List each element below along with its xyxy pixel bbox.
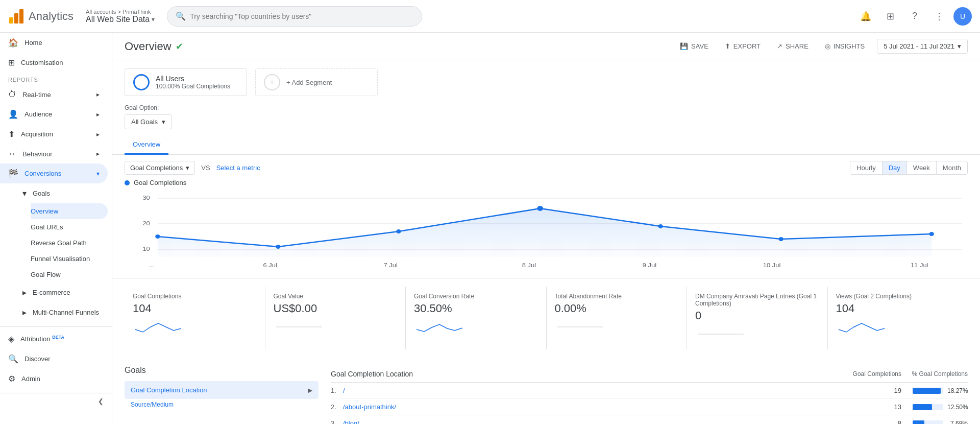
property-dropdown-arrow: ▾ [152,16,155,23]
add-segment-card[interactable]: + + Add Segment [255,68,378,96]
discover-icon: 🔍 [8,354,18,364]
svg-text:6 Jul: 6 Jul [263,262,277,269]
sidebar-item-discover[interactable]: 🔍 Discover [0,349,108,369]
segment-circle [133,74,150,90]
row-count-2: 8 [850,419,901,424]
sidebar-subitem-overview[interactable]: Overview [31,203,108,219]
property-name[interactable]: All Web Site Data ▾ [86,15,155,24]
metric-card-0: Goal Completions 104 [125,287,265,349]
goals-row-source-medium[interactable]: Source/Medium [125,399,318,410]
logo-area: Analytics [8,8,74,25]
sidebar-item-attribution[interactable]: ◈ Attribution BETA [0,329,108,349]
row-url-0[interactable]: / [343,387,850,394]
account-path: All accounts > PrimaThink [86,9,155,15]
goal-option-row: Goal Option: All Goals ▾ [112,104,980,135]
add-segment-icon: + [270,77,275,88]
row-pct-container-2: 7.69% [901,420,968,425]
admin-icon: ⚙ [8,374,15,384]
customisation-icon: ⊞ [8,58,15,67]
completion-table: Goal Completion Location Goal Completion… [331,366,968,424]
time-buttons: Hourly Day Week Month [850,161,968,175]
metric-dropdown[interactable]: Goal Completions ▾ [125,161,195,175]
search-bar[interactable]: 🔍 [167,6,422,27]
row-pct-1: 12.50% [947,404,968,411]
metric-card-3: Total Abandonment Rate 0.00% [547,287,688,349]
pct-bar-inner-2 [913,420,924,425]
sidebar-item-ecommerce[interactable]: ▸ E-commerce [8,282,108,302]
date-range-selector[interactable]: 5 Jul 2021 - 11 Jul 2021 ▾ [877,39,968,54]
metric-card-2: Goal Conversion Rate 30.50% [406,287,547,349]
sidebar-item-realtime[interactable]: ⏱ Real-time ▸ [0,85,108,104]
goal-select-value: All Goals [131,118,158,126]
sidebar-subitem-reverse-goal-path[interactable]: Reverse Goal Path [31,235,108,251]
account-selector[interactable]: All accounts > PrimaThink All Web Site D… [86,9,155,24]
sparkline-5 [836,319,887,335]
sidebar-subitem-goal-flow[interactable]: Goal Flow [31,267,108,282]
metrics-row: Goal Completions 104 Goal Value US$0.00 … [112,278,980,358]
sidebar-item-multichannel[interactable]: ▸ Multi-Channel Funnels [8,302,108,322]
row-url-1[interactable]: /about-primathink/ [343,403,850,411]
goals-panel-title: Goals [125,366,318,375]
svg-point-12 [396,229,401,233]
sidebar-label-audience: Audience [24,110,52,118]
sidebar: 🏠 Home ⊞ Customisation REPORTS ⏱ Real-ti… [0,33,112,424]
sidebar-item-audience[interactable]: 👤 Audience ▸ [0,104,108,124]
insights-button[interactable]: ◎ INSIGHTS [821,39,869,53]
goal-option-label: Goal Option: [125,104,968,111]
audience-expand-icon: ▸ [96,111,100,118]
metric-selectors: Goal Completions ▾ VS Select a metric [125,161,260,175]
user-avatar[interactable]: U [953,7,972,26]
sidebar-item-customisation[interactable]: ⊞ Customisation [0,53,108,73]
sidebar-subitem-goal-urls[interactable]: Goal URLs [31,219,108,235]
svg-rect-2 [19,9,23,23]
goal-select[interactable]: All Goals ▾ [125,114,172,129]
svg-point-10 [155,234,160,239]
save-button[interactable]: 💾 SAVE [676,39,713,53]
audience-icon: 👤 [8,109,18,119]
apps-button[interactable]: ⊞ [880,6,900,27]
metric-value-4: 0 [695,309,819,322]
page-title-area: Overview ✔ [125,40,183,53]
tab-overview[interactable]: Overview [125,135,168,155]
export-icon: ⬆ [725,42,730,50]
sparkline-2 [414,319,465,335]
notifications-button[interactable]: 🔔 [855,6,876,27]
svg-text:20: 20 [142,220,150,227]
help-button[interactable]: ? [904,6,925,27]
row-url-2[interactable]: /blog/ [343,419,850,424]
sidebar-item-acquisition[interactable]: ⬆ Acquisition ▸ [0,124,108,144]
row-count-0: 19 [850,387,901,394]
completion-table-title: Goal Completion Location [331,370,850,378]
metric-card-1: Goal Value US$0.00 [265,287,406,349]
sidebar-subitem-funnel-vis[interactable]: Funnel Visualisation [31,251,108,267]
goals-row-completion-location[interactable]: Goal Completion Location ▶ [125,381,318,399]
goals-expand-icon: ▾ [22,189,27,198]
bottom-section: Goals Goal Completion Location ▶ Source/… [112,358,980,424]
sidebar-item-goals[interactable]: ▾ Goals [8,183,108,203]
goals-sub-items: Overview Goal URLs Reverse Goal Path Fun… [8,203,112,282]
share-button[interactable]: ↗ SHARE [773,39,813,53]
metric-value-5: 104 [836,302,960,315]
sidebar-item-behaviour[interactable]: ↔ Behaviour ▸ [0,144,108,163]
sidebar-item-home[interactable]: 🏠 Home [0,33,108,53]
sidebar-item-admin[interactable]: ⚙ Admin [0,369,108,389]
time-btn-hourly[interactable]: Hourly [850,161,883,174]
svg-text:11 Jul: 11 Jul [911,262,928,269]
select-metric-link[interactable]: Select a metric [216,164,260,172]
sidebar-collapse-button[interactable]: ❮ [0,393,112,409]
behaviour-icon: ↔ [8,149,16,158]
search-input[interactable] [190,12,413,20]
time-btn-month[interactable]: Month [937,161,967,174]
metric-name-2: Goal Conversion Rate [414,293,538,300]
date-range-label: 5 Jul 2021 - 11 Jul 2021 [884,42,954,50]
export-button[interactable]: ⬆ EXPORT [721,39,765,53]
row-count-1: 13 [850,403,901,411]
acquisition-expand-icon: ▸ [96,131,100,138]
more-button[interactable]: ⋮ [929,6,949,27]
time-btn-week[interactable]: Week [907,161,937,174]
time-btn-day[interactable]: Day [883,161,907,174]
sidebar-item-conversions[interactable]: 🏁 Conversions ▾ [0,163,108,183]
segment-card-all-users[interactable]: All Users 100.00% Goal Completions [125,68,247,96]
sparkline-0 [133,319,184,335]
legend-label: Goal Completions [134,179,186,186]
